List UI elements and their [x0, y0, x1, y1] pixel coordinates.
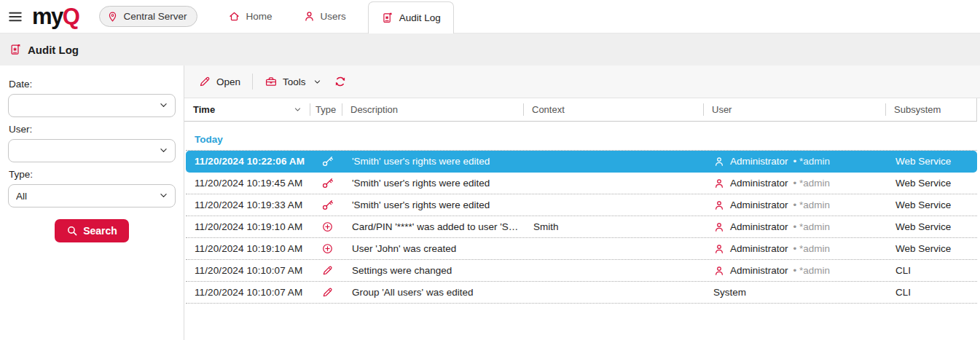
column-header-context[interactable]: Context [523, 98, 703, 121]
refresh-icon [334, 75, 347, 88]
add-circle-icon [321, 221, 334, 233]
open-button-label: Open [216, 76, 240, 87]
toolbar-divider [252, 74, 253, 90]
key-icon [321, 199, 334, 211]
key-icon [321, 177, 334, 189]
date-filter [8, 94, 176, 117]
central-server-label: Central Server [123, 11, 187, 22]
table-row[interactable]: 11/20/2024 10:19:33 AM 'Smith' user's ri… [186, 194, 977, 216]
users-icon [303, 10, 315, 23]
central-server-button[interactable]: Central Server [99, 6, 197, 27]
table-row[interactable]: 11/20/2024 10:10:07 AM Group 'All users'… [186, 282, 977, 304]
toolbox-icon [264, 75, 278, 88]
user-icon [713, 221, 725, 233]
column-header-type[interactable]: Type [310, 98, 342, 121]
main-panel: Open Tools Time Type Description Context… [184, 66, 980, 340]
pencil-icon [321, 286, 334, 299]
key-icon [321, 155, 334, 167]
home-icon [228, 10, 240, 23]
page-title: Audit Log [28, 44, 79, 56]
page-header: Audit Log [0, 33, 980, 66]
open-button[interactable]: Open [192, 71, 246, 92]
pencil-icon [321, 264, 334, 277]
users-label: Users [321, 11, 346, 22]
top-navbar: myQ Central Server Home Users Audit Log [0, 0, 980, 33]
user-icon [713, 243, 725, 255]
column-header-user[interactable]: User [703, 98, 885, 121]
nav-item-users[interactable]: Users [303, 10, 346, 23]
logo-text-black: my [32, 5, 63, 28]
refresh-button[interactable] [328, 71, 353, 92]
add-circle-icon [321, 242, 334, 255]
filter-sidebar: Date: User: Type: All Search [0, 66, 184, 340]
type-select[interactable]: All [8, 184, 176, 207]
tools-dropdown-button[interactable]: Tools [259, 71, 328, 92]
user-filter-label: User: [9, 124, 176, 135]
audit-log-title-icon [9, 43, 22, 56]
toolbar: Open Tools [184, 66, 980, 98]
table-body: Today 11/20/2024 10:22:06 AM 'Smith' use… [186, 122, 977, 304]
logo-text-red: Q [63, 5, 79, 28]
table-row[interactable]: 11/20/2024 10:19:45 AM 'Smith' user's ri… [186, 173, 977, 194]
chevron-down-icon [313, 77, 322, 87]
sort-chevron-icon[interactable] [293, 105, 302, 114]
user-icon [713, 156, 725, 167]
tools-button-label: Tools [283, 76, 306, 87]
user-icon [713, 265, 725, 277]
home-label: Home [246, 11, 272, 22]
user-icon [713, 199, 725, 211]
table-row[interactable]: 11/20/2024 10:10:07 AM Settings were cha… [186, 260, 977, 282]
audit-log-tab-label: Audit Log [399, 12, 441, 23]
date-filter-label: Date: [9, 79, 176, 90]
search-button[interactable]: Search [55, 219, 129, 242]
myq-logo[interactable]: myQ [32, 5, 79, 28]
table-row[interactable]: 11/20/2024 10:19:10 AM User 'John' was c… [186, 238, 977, 260]
table-row[interactable]: 11/20/2024 10:19:10 AM Card/PIN '****' w… [186, 216, 977, 238]
pencil-icon [198, 75, 211, 88]
column-header-time[interactable]: Time [184, 98, 310, 121]
type-filter: All [8, 184, 176, 207]
user-select[interactable] [8, 139, 176, 162]
table-header: Time Type Description Context User Subsy… [184, 98, 977, 122]
search-button-label: Search [83, 225, 117, 237]
search-icon [66, 225, 78, 237]
location-pin-icon [106, 10, 119, 23]
date-select[interactable] [8, 94, 176, 117]
table-row[interactable]: 11/20/2024 10:22:06 AM 'Smith' user's ri… [186, 151, 977, 173]
user-filter [8, 139, 176, 162]
tab-audit-log[interactable]: Audit Log [368, 1, 454, 33]
group-header-today: Today [186, 122, 977, 151]
hamburger-menu-icon[interactable] [7, 9, 23, 25]
user-icon [713, 178, 725, 189]
nav-item-home[interactable]: Home [228, 10, 272, 23]
column-header-description[interactable]: Description [342, 98, 523, 121]
audit-log-icon [381, 12, 393, 24]
type-filter-label: Type: [9, 169, 176, 180]
column-header-subsystem[interactable]: Subsystem [885, 98, 977, 121]
